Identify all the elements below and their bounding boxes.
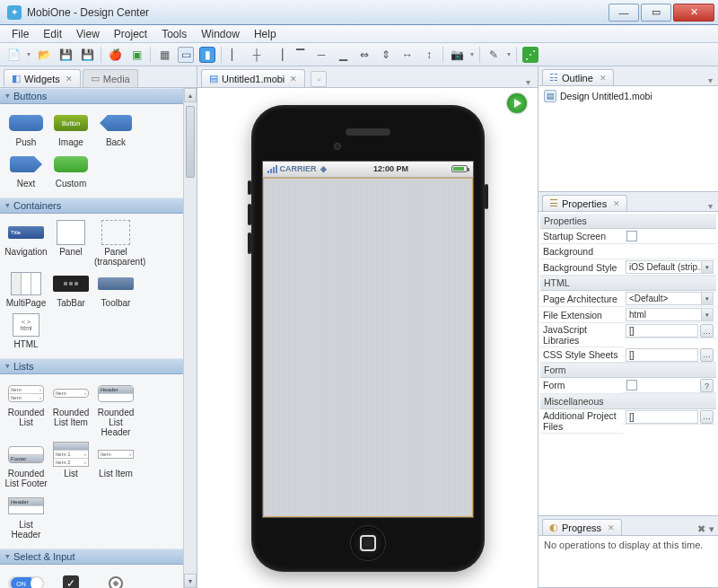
editor-canvas[interactable]: CARRIER ◈ 12:00 PM — [197, 88, 538, 588]
ellipsis-button[interactable]: … — [700, 348, 714, 362]
distribute-h-icon[interactable]: ⇔ — [356, 47, 372, 63]
save-icon[interactable]: 💾 — [57, 47, 74, 63]
tab-widgets[interactable]: ◧ Widgets ✕ — [4, 69, 81, 87]
chevron-down-icon[interactable]: ▾ — [701, 293, 713, 304]
category-containers[interactable]: Containers — [0, 197, 183, 214]
align-right-icon[interactable]: ▕ — [270, 47, 286, 63]
wifi-icon[interactable]: ⋰ — [522, 47, 538, 63]
prop-additional-files[interactable]: Additional Project Files []… — [540, 408, 716, 433]
widget-list-header[interactable]: Header List Header — [4, 494, 48, 540]
close-icon[interactable]: ✕ — [600, 74, 607, 83]
home-button[interactable] — [350, 525, 386, 561]
widget-back-button[interactable]: Back — [93, 111, 138, 147]
design-surface[interactable] — [263, 178, 473, 517]
tab-media[interactable]: ▭ Media — [83, 69, 138, 87]
menu-view[interactable]: View — [70, 26, 106, 42]
menu-tools[interactable]: Tools — [155, 26, 193, 42]
close-button[interactable]: ✕ — [673, 4, 714, 22]
save-all-icon[interactable]: 💾 — [79, 47, 95, 63]
layout-v-icon[interactable]: ▮ — [199, 47, 215, 63]
editor-tab[interactable]: ▤ Untitled1.mobi ✕ — [201, 69, 305, 87]
prop-file-extension[interactable]: File Extension html▾ — [540, 307, 716, 323]
widget-checkbox[interactable]: ✓ Checkbox — [48, 572, 93, 588]
match-width-icon[interactable]: ↔ — [399, 47, 416, 63]
distribute-v-icon[interactable]: ⇕ — [378, 47, 394, 63]
widget-rounded-list-footer[interactable]: Footer Rounded List Footer — [4, 443, 48, 488]
panel-menu-button[interactable]: ▾ — [709, 523, 714, 535]
category-buttons[interactable]: Buttons — [0, 88, 183, 104]
close-icon[interactable]: ✕ — [608, 523, 615, 532]
widget-panel-transparent[interactable]: Panel (transparent) — [93, 221, 138, 267]
widget-toggle[interactable]: Toggle — [4, 572, 48, 588]
widget-push-button[interactable]: Push — [4, 111, 48, 147]
run-button[interactable] — [507, 93, 527, 113]
minimize-button[interactable]: — — [609, 4, 639, 22]
widget-multipage[interactable]: MultiPage — [4, 272, 48, 308]
menu-project[interactable]: Project — [108, 26, 153, 42]
widget-html[interactable]: < >html HTML — [4, 313, 48, 349]
widget-list-item[interactable]: Item› List Item — [93, 443, 138, 488]
menu-file[interactable]: File — [5, 26, 35, 42]
tab-overflow-button[interactable]: ▾ — [526, 77, 530, 87]
align-bottom-icon[interactable]: ▁ — [335, 47, 351, 63]
outline-root-item[interactable]: ▤ Design Untitled1.mobi — [544, 90, 713, 102]
close-icon[interactable]: ✕ — [290, 75, 297, 83]
wand-icon[interactable]: ✎ — [486, 47, 502, 63]
maximize-button[interactable]: ▭ — [641, 4, 671, 22]
close-icon[interactable]: ✕ — [613, 199, 620, 208]
layout-h-icon[interactable]: ▭ — [178, 47, 194, 63]
widget-custom-button[interactable]: Custom — [48, 153, 93, 189]
new-tab-button[interactable]: ▫ — [311, 71, 327, 87]
widget-tabbar[interactable]: TabBar — [48, 272, 93, 308]
chevron-down-icon[interactable]: ▾ — [701, 261, 713, 273]
apple-icon[interactable]: 🍎 — [107, 47, 123, 63]
prop-form[interactable]: Form ? — [540, 378, 716, 394]
ellipsis-button[interactable]: … — [700, 410, 714, 424]
chevron-down-icon[interactable]: ▾ — [701, 309, 713, 320]
tab-progress[interactable]: ◐ Progress ✕ — [542, 519, 622, 535]
tab-outline[interactable]: ☷ Outline ✕ — [542, 69, 614, 85]
new-file-icon[interactable]: 📄 — [5, 47, 22, 63]
prop-background-style[interactable]: Background Style iOS Default (strip…▾ — [540, 259, 716, 276]
prop-background[interactable]: Background — [540, 244, 716, 259]
widget-panel[interactable]: Panel — [48, 221, 93, 267]
panel-menu-button[interactable]: ▾ — [708, 201, 714, 211]
prop-page-architecture[interactable]: Page Architecture <Default>▾ — [540, 291, 716, 307]
help-button[interactable]: ? — [700, 379, 714, 392]
menu-window[interactable]: Window — [195, 26, 246, 42]
widget-list[interactable]: Item 1›Item 2› List — [48, 443, 93, 488]
close-icon[interactable]: ✕ — [66, 75, 73, 83]
widget-rounded-list-header[interactable]: Header Rounded List Header — [93, 382, 138, 437]
align-middle-v-icon[interactable]: ─ — [313, 47, 329, 63]
stop-all-icon[interactable]: ✖ — [697, 523, 705, 535]
panel-menu-button[interactable]: ▾ — [708, 75, 714, 85]
widget-image-button[interactable]: Button Image — [48, 111, 93, 147]
category-lists[interactable]: Lists — [0, 358, 183, 374]
widget-next-button[interactable]: Next — [4, 153, 48, 189]
android-icon[interactable]: ▣ — [128, 47, 144, 63]
align-top-icon[interactable]: ▔ — [292, 47, 308, 63]
widget-rounded-list[interactable]: Item›Item› Rounded List — [4, 382, 48, 437]
match-height-icon[interactable]: ↕ — [421, 47, 437, 63]
ellipsis-button[interactable]: … — [700, 324, 714, 338]
tab-properties[interactable]: ☰ Properties ✕ — [542, 195, 627, 211]
category-select-input[interactable]: Select & Input — [0, 549, 183, 565]
menu-edit[interactable]: Edit — [37, 26, 68, 42]
align-center-h-icon[interactable]: ┼ — [249, 47, 265, 63]
widget-radio[interactable]: Radio Button — [93, 572, 138, 588]
widget-toolbar[interactable]: Toolbar — [93, 272, 138, 308]
design-icon: ▤ — [544, 90, 556, 102]
prop-js-libraries[interactable]: JavaScript Libraries []… — [540, 323, 716, 347]
widget-rounded-list-item[interactable]: Item› Rounded List Item — [48, 382, 93, 437]
prop-css-sheets[interactable]: CSS Style Sheets []… — [540, 347, 716, 363]
align-left-icon[interactable]: ▏ — [227, 47, 243, 63]
checkbox[interactable] — [626, 231, 637, 241]
grid-icon[interactable]: ▦ — [156, 47, 172, 63]
menu-help[interactable]: Help — [248, 26, 283, 42]
palette-scrollbar[interactable]: ▴ ▾ — [183, 88, 197, 588]
checkbox[interactable] — [626, 380, 637, 391]
widget-navigation[interactable]: Title Navigation — [4, 221, 48, 267]
camera-icon[interactable]: 📷 — [449, 47, 465, 63]
prop-startup-screen[interactable]: Startup Screen — [540, 229, 716, 244]
open-icon[interactable]: 📂 — [36, 47, 52, 63]
